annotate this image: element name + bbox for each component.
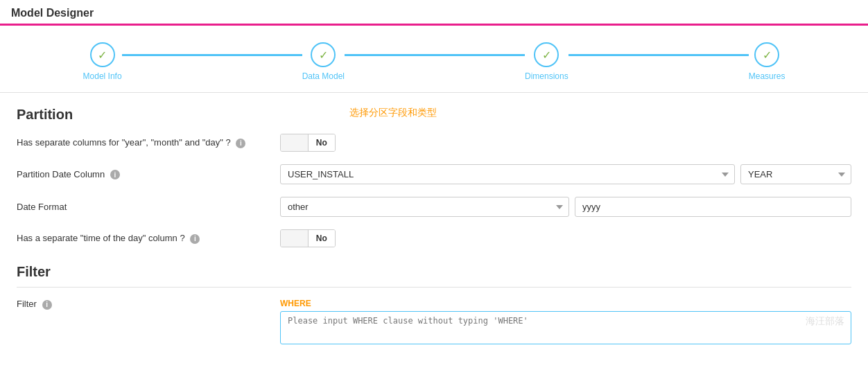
- step-circle-measures: ✓: [754, 42, 779, 67]
- time-col-label: Has a separate "time of the day" column …: [17, 233, 280, 244]
- separate-columns-toggle-no[interactable]: No: [308, 134, 336, 151]
- step-circle-data-model: ✓: [311, 42, 336, 67]
- partition-date-col-info-icon[interactable]: i: [110, 170, 120, 179]
- date-format-inputs: other yyyyMMdd yyyy-MM-dd: [280, 197, 851, 217]
- separate-columns-label: Has separate columns for "year", "month"…: [17, 137, 280, 148]
- separate-columns-info-icon[interactable]: i: [236, 139, 245, 148]
- date-format-select[interactable]: other yyyyMMdd yyyy-MM-dd: [280, 197, 569, 217]
- time-col-info-icon[interactable]: i: [190, 234, 200, 244]
- time-col-toggle[interactable]: No: [280, 229, 336, 247]
- filter-input-container: WHERE 海汪部落: [280, 299, 851, 346]
- step-model-info[interactable]: ✓ Model Info: [83, 42, 122, 81]
- step-circle-dimensions: ✓: [534, 42, 559, 67]
- partition-title: Partition: [17, 107, 73, 123]
- separate-columns-toggle-off[interactable]: [281, 134, 308, 151]
- time-col-toggle-off[interactable]: [281, 230, 308, 247]
- date-format-label: Date Format: [17, 202, 280, 212]
- partition-date-type-select[interactable]: YEAR MONTH DAY: [740, 164, 851, 184]
- filter-title: Filter: [17, 264, 851, 280]
- main-content: Partition 选择分区字段和类型 Has separate columns…: [0, 93, 868, 360]
- step-data-model[interactable]: ✓ Data Model: [302, 42, 345, 81]
- partition-hint: 选择分区字段和类型: [73, 107, 851, 119]
- partition-date-col-select[interactable]: USER_INSTALL: [280, 164, 735, 184]
- partition-date-col-label: Partition Date Column i: [17, 169, 280, 180]
- step-line-2: [345, 54, 525, 56]
- time-col-toggle-no[interactable]: No: [308, 230, 336, 247]
- step-label-measures: Measures: [749, 71, 785, 81]
- filter-label: Filter i: [17, 299, 280, 310]
- step-label-model-info: Model Info: [83, 71, 122, 81]
- where-label: WHERE: [280, 299, 851, 308]
- filter-input[interactable]: [280, 311, 851, 344]
- filter-section: Filter Filter i WHERE 海汪部落: [17, 264, 851, 346]
- filter-divider: [17, 287, 851, 288]
- separate-columns-toggle[interactable]: No: [280, 134, 336, 152]
- step-measures[interactable]: ✓ Measures: [749, 42, 785, 81]
- filter-info-icon[interactable]: i: [42, 300, 52, 310]
- partition-section: Partition 选择分区字段和类型 Has separate columns…: [17, 107, 851, 247]
- step-line-1: [122, 54, 302, 56]
- page-header: Model Designer: [0, 0, 868, 26]
- filter-input-wrapper: 海汪部落: [280, 311, 851, 346]
- time-col-toggle-wrapper: No: [280, 229, 851, 247]
- separate-columns-toggle-wrapper: No: [280, 134, 851, 152]
- filter-row: Filter i WHERE 海汪部落: [17, 299, 851, 346]
- date-format-input[interactable]: [575, 197, 851, 217]
- partition-form: Has separate columns for "year", "month"…: [17, 134, 851, 247]
- partition-date-col-selects: USER_INSTALL YEAR MONTH DAY: [280, 164, 851, 184]
- step-label-data-model: Data Model: [302, 71, 345, 81]
- step-line-3: [568, 54, 749, 56]
- stepper: ✓ Model Info ✓ Data Model ✓ Dimensions ✓…: [0, 26, 868, 93]
- step-circle-model-info: ✓: [90, 42, 115, 67]
- step-label-dimensions: Dimensions: [525, 71, 568, 81]
- page-title: Model Designer: [11, 7, 94, 19]
- step-dimensions[interactable]: ✓ Dimensions: [525, 42, 568, 81]
